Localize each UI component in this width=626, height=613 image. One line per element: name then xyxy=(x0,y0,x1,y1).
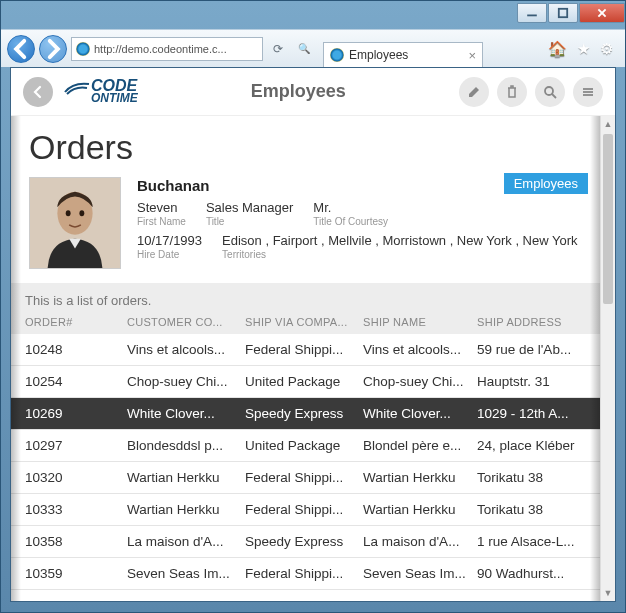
titlebar xyxy=(1,1,625,29)
cell-customer: Blondesddsl p... xyxy=(127,438,245,453)
list-description: This is a list of orders. xyxy=(11,283,600,312)
table-row[interactable]: 10297Blondesddsl p...United PackageBlond… xyxy=(11,430,600,462)
cell-addr: Hauptstr. 31 xyxy=(477,374,586,389)
hire-date-label: Hire Date xyxy=(137,249,202,260)
tab-close-icon[interactable]: × xyxy=(468,48,476,63)
browser-toolbar: http://demo.codeontime.c... ⟳ 🔍 Employee… xyxy=(1,29,625,67)
svg-point-12 xyxy=(79,210,84,216)
browser-right-tools: 🏠 ★ ⚙ xyxy=(548,40,619,58)
table-row[interactable]: 10320Wartian HerkkuFederal Shippi...Wart… xyxy=(11,462,600,494)
svg-point-11 xyxy=(66,210,71,216)
browser-tab[interactable]: Employees × xyxy=(323,42,483,68)
url-text: http://demo.codeontime.c... xyxy=(94,43,227,55)
hire-date-value: 10/17/1993 xyxy=(137,233,202,248)
table-row[interactable]: 10333Wartian HerkkuFederal Shippi...Wart… xyxy=(11,494,600,526)
cell-addr: Torikatu 38 xyxy=(477,470,586,485)
ie-icon xyxy=(76,42,90,56)
back-button[interactable] xyxy=(7,35,35,63)
cell-shipvia: Speedy Express xyxy=(245,534,363,549)
svg-line-5 xyxy=(552,94,556,98)
edit-button[interactable] xyxy=(459,77,489,107)
search-button[interactable] xyxy=(535,77,565,107)
cell-order: 10320 xyxy=(25,470,127,485)
title-value: Sales Manager xyxy=(206,200,293,215)
scroll-down-icon[interactable]: ▼ xyxy=(601,585,615,601)
ie-icon xyxy=(330,48,344,62)
scrollbar[interactable]: ▲ ▼ xyxy=(600,116,615,601)
cell-shipvia: Federal Shippi... xyxy=(245,566,363,581)
cell-shipvia: Federal Shippi... xyxy=(245,342,363,357)
cell-customer: Wartian Herkku xyxy=(127,470,245,485)
window-chrome: http://demo.codeontime.c... ⟳ 🔍 Employee… xyxy=(0,0,626,613)
first-name-value: Steven xyxy=(137,200,186,215)
address-bar[interactable]: http://demo.codeontime.c... xyxy=(71,37,263,61)
cell-shipname: White Clover... xyxy=(363,406,477,421)
app-title: Employees xyxy=(146,81,451,102)
minimize-button[interactable] xyxy=(517,3,547,23)
territories-value: Edison , Fairport , Mellvile , Morristow… xyxy=(222,233,577,248)
cell-addr: 90 Wadhurst... xyxy=(477,566,586,581)
svg-rect-1 xyxy=(559,9,567,17)
app-back-button[interactable] xyxy=(23,77,53,107)
cell-addr: Torikatu 38 xyxy=(477,502,586,517)
cell-addr: 59 rue de l'Ab... xyxy=(477,342,586,357)
table-row[interactable]: 10269White Clover...Speedy ExpressWhite … xyxy=(11,398,600,430)
cell-shipname: Wartian Herkku xyxy=(363,502,477,517)
employee-avatar xyxy=(29,177,121,269)
delete-button[interactable] xyxy=(497,77,527,107)
svg-point-4 xyxy=(545,87,553,95)
first-name-label: First Name xyxy=(137,216,186,227)
scroll-up-icon[interactable]: ▲ xyxy=(601,116,615,132)
cell-order: 10359 xyxy=(25,566,127,581)
cell-shipname: Blondel père e... xyxy=(363,438,477,453)
cell-shipvia: Federal Shippi... xyxy=(245,470,363,485)
orders-table-body: 10248Vins et alcools...Federal Shippi...… xyxy=(11,334,600,590)
app-header: CODEONTIME Employees xyxy=(11,68,615,116)
table-row[interactable]: 10248Vins et alcools...Federal Shippi...… xyxy=(11,334,600,366)
col-customer[interactable]: CUSTOMER CO... xyxy=(127,316,245,328)
col-order[interactable]: ORDER# xyxy=(25,316,127,328)
courtesy-value: Mr. xyxy=(313,200,388,215)
home-icon[interactable]: 🏠 xyxy=(548,40,567,58)
cell-shipname: La maison d'A... xyxy=(363,534,477,549)
territories-label: Territories xyxy=(222,249,577,260)
cell-shipname: Vins et alcools... xyxy=(363,342,477,357)
cell-shipvia: Federal Shippi... xyxy=(245,502,363,517)
cell-addr: 1 rue Alsace-L... xyxy=(477,534,586,549)
cell-shipvia: United Package xyxy=(245,374,363,389)
cell-order: 10297 xyxy=(25,438,127,453)
col-shipvia[interactable]: SHIP VIA COMPA... xyxy=(245,316,363,328)
col-shipname[interactable]: SHIP NAME xyxy=(363,316,477,328)
forward-button[interactable] xyxy=(39,35,67,63)
col-shipaddr[interactable]: SHIP ADDRESS xyxy=(477,316,586,328)
cell-customer: White Clover... xyxy=(127,406,245,421)
cell-customer: Chop-suey Chi... xyxy=(127,374,245,389)
employee-card: Employees Buchanan StevenFirst Name Sale… xyxy=(11,177,600,277)
cell-shipvia: Speedy Express xyxy=(245,406,363,421)
cell-customer: Seven Seas Im... xyxy=(127,566,245,581)
content-area: Orders Employees Buchanan StevenFirst Na… xyxy=(11,116,615,601)
title-label: Title xyxy=(206,216,293,227)
search-icon[interactable]: 🔍 xyxy=(293,38,315,60)
courtesy-label: Title Of Courtesy xyxy=(313,216,388,227)
table-row[interactable]: 10359Seven Seas Im...Federal Shippi...Se… xyxy=(11,558,600,590)
table-row[interactable]: 10358La maison d'A...Speedy ExpressLa ma… xyxy=(11,526,600,558)
employees-badge[interactable]: Employees xyxy=(504,173,588,194)
scrollbar-thumb[interactable] xyxy=(603,134,613,304)
cell-customer: Wartian Herkku xyxy=(127,502,245,517)
tab-title: Employees xyxy=(349,48,408,62)
cell-order: 10248 xyxy=(25,342,127,357)
close-button[interactable] xyxy=(579,3,625,23)
cell-order: 10254 xyxy=(25,374,127,389)
maximize-button[interactable] xyxy=(548,3,578,23)
table-row[interactable]: 10254Chop-suey Chi...United PackageChop-… xyxy=(11,366,600,398)
menu-button[interactable] xyxy=(573,77,603,107)
cell-addr: 24, place Kléber xyxy=(477,438,586,453)
cell-shipvia: United Package xyxy=(245,438,363,453)
favorites-icon[interactable]: ★ xyxy=(577,40,590,58)
cell-shipname: Wartian Herkku xyxy=(363,470,477,485)
cell-customer: La maison d'A... xyxy=(127,534,245,549)
refresh-button[interactable]: ⟳ xyxy=(267,38,289,60)
column-headers: ORDER# CUSTOMER CO... SHIP VIA COMPA... … xyxy=(11,312,600,334)
tools-icon[interactable]: ⚙ xyxy=(600,40,613,58)
